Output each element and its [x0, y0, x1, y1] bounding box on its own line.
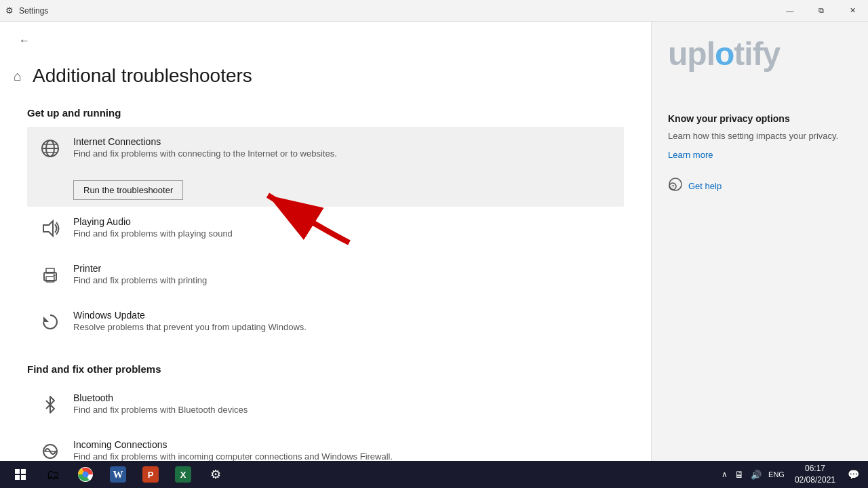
internet-name: Internet Connections [73, 136, 613, 147]
home-button[interactable]: ⌂ [14, 68, 22, 84]
section-heading-find-fix: Find and fix other problems [27, 363, 624, 375]
audio-icon [38, 218, 62, 244]
right-panel: uplotify Know your privacy options Learn… [651, 22, 868, 461]
troubleshooter-item-printer[interactable]: Printer Find and fix problems with print… [27, 253, 624, 300]
lang-text[interactable]: ENG [766, 470, 787, 479]
privacy-section: Know your privacy options Learn how this… [668, 113, 852, 161]
word-icon: W [110, 466, 126, 483]
taskbar-right: ∧ 🖥 🔊 ENG 06:17 02/08/2021 💬 [719, 463, 863, 486]
maximize-button[interactable]: ⧉ [806, 0, 837, 22]
svg-point-19 [83, 472, 89, 478]
incoming-icon [38, 441, 62, 461]
explorer-icon: 🗂 [46, 467, 60, 483]
notification-button[interactable]: 💬 [844, 465, 863, 484]
volume-icon[interactable]: 🔊 [749, 470, 764, 480]
bluetooth-desc: Find and fix problems with Bluetooth dev… [73, 405, 613, 415]
bluetooth-icon [38, 394, 62, 420]
audio-desc: Find and fix problems with playing sound [73, 228, 613, 239]
internet-desc: Find and fix problems with connecting to… [73, 148, 613, 159]
content-area: Get up and running [0, 100, 651, 461]
bluetooth-name: Bluetooth [73, 392, 613, 403]
windows-update-desc: Resolve problems that prevent you from u… [73, 322, 613, 332]
windows-update-name: Windows Update [73, 310, 613, 321]
incoming-name: Incoming Connections [73, 439, 613, 450]
windows-icon [15, 469, 26, 480]
clock-time: 06:17 [795, 463, 835, 474]
taskbar-explorer[interactable]: 🗂 [38, 461, 68, 488]
windows-update-text-block: Windows Update Resolve problems that pre… [73, 310, 613, 332]
taskbar-left: 🗂 W P X [5, 461, 231, 488]
settings-nav: ← [0, 22, 651, 60]
page-title: Additional troubleshooters [33, 65, 252, 87]
title-bar: ⚙ Settings — ⧉ ✕ [0, 0, 868, 22]
svg-point-9 [54, 274, 56, 277]
back-button[interactable]: ← [14, 30, 35, 52]
audio-name: Playing Audio [73, 216, 613, 227]
printer-icon [38, 264, 62, 291]
privacy-desc: Learn how this setting impacts your priv… [668, 129, 852, 143]
tray-up-arrow[interactable]: ∧ [719, 470, 730, 479]
clock-date: 02/08/2021 [795, 474, 835, 486]
taskbar-chrome[interactable] [71, 461, 100, 488]
printer-text-block: Printer Find and fix problems with print… [73, 263, 613, 285]
logo-accent: o [715, 36, 734, 72]
settings-icon: ⚙ [5, 5, 14, 16]
uplotify-logo: uplotify [668, 35, 852, 73]
learn-more-link[interactable]: Learn more [668, 150, 713, 160]
svg-marker-10 [43, 317, 49, 322]
notification-icon: 💬 [848, 469, 859, 480]
close-button[interactable]: ✕ [837, 0, 868, 22]
page-header: ⌂ Additional troubleshooters [0, 60, 651, 100]
troubleshooter-item-windows-update[interactable]: Windows Update Resolve problems that pre… [27, 300, 624, 347]
settings-panel: ← ⌂ Additional troubleshooters Get up an… [0, 22, 651, 461]
audio-text-block: Playing Audio Find and fix problems with… [73, 216, 613, 239]
main-area: ← ⌂ Additional troubleshooters Get up an… [0, 22, 868, 461]
excel-icon: X [175, 466, 191, 483]
svg-marker-5 [43, 221, 53, 236]
minimize-button[interactable]: — [774, 0, 806, 22]
chrome-icon [78, 467, 93, 482]
taskbar-excel[interactable]: X [168, 461, 198, 488]
network-icon[interactable]: 🖥 [732, 469, 746, 480]
internet-icon [38, 138, 62, 164]
privacy-title: Know your privacy options [668, 113, 852, 124]
svg-text:?: ? [671, 184, 675, 190]
incoming-text-block: Incoming Connections Find and fix proble… [73, 439, 613, 461]
settings-taskbar-icon: ⚙ [210, 467, 221, 482]
get-help-text[interactable]: Get help [688, 181, 722, 191]
taskbar: 🗂 W P X [0, 461, 868, 488]
incoming-desc: Find and fix problems with incoming comp… [73, 451, 613, 461]
get-help-icon: ? [668, 177, 683, 195]
start-button[interactable] [5, 461, 35, 488]
bluetooth-text-block: Bluetooth Find and fix problems with Blu… [73, 392, 613, 415]
printer-desc: Find and fix problems with printing [73, 275, 613, 285]
taskbar-word[interactable]: W [103, 461, 133, 488]
troubleshooter-item-incoming[interactable]: Incoming Connections Find and fix proble… [27, 430, 624, 461]
troubleshooter-item-audio[interactable]: Playing Audio Find and fix problems with… [27, 207, 624, 253]
powerpoint-icon: P [142, 466, 159, 483]
system-tray: ∧ 🖥 🔊 ENG [719, 469, 787, 480]
run-troubleshooter-internet-button[interactable]: Run the troubleshooter [73, 180, 183, 200]
windows-update-icon [38, 311, 62, 338]
taskbar-powerpoint[interactable]: P [136, 461, 165, 488]
window-controls: — ⧉ ✕ [774, 0, 868, 22]
section-heading-get-up-running: Get up and running [27, 107, 624, 119]
internet-text-block: Internet Connections Find and fix proble… [73, 136, 613, 159]
troubleshooter-item-internet[interactable]: Internet Connections Find and fix proble… [27, 127, 624, 207]
taskbar-clock[interactable]: 06:17 02/08/2021 [791, 463, 840, 486]
title-bar-text: Settings [19, 6, 48, 16]
taskbar-settings[interactable]: ⚙ [201, 461, 231, 488]
troubleshooter-item-bluetooth[interactable]: Bluetooth Find and fix problems with Blu… [27, 383, 624, 430]
get-help-row[interactable]: ? Get help [668, 177, 852, 195]
printer-name: Printer [73, 263, 613, 274]
item-top-row-internet: Internet Connections Find and fix proble… [38, 136, 613, 164]
